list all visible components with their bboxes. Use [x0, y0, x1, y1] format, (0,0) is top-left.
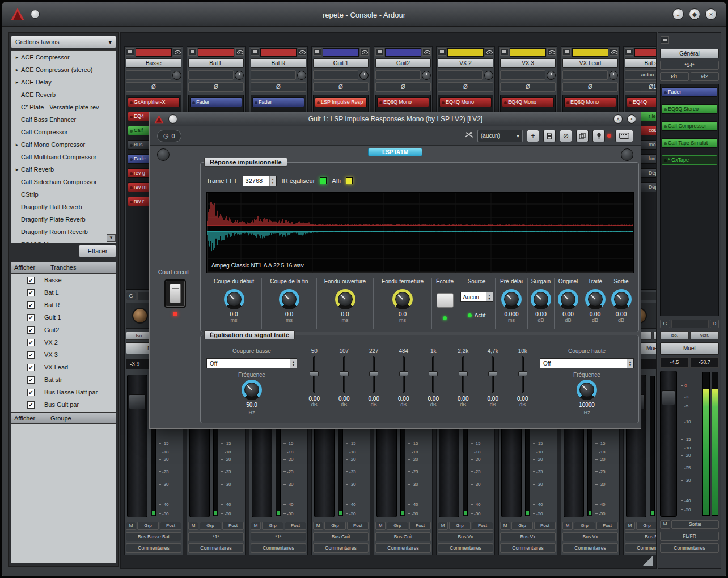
- spinner-arrows-icon[interactable]: ▴▾: [290, 359, 297, 368]
- phase-button[interactable]: Ø: [126, 82, 181, 92]
- strip-name-button[interactable]: Basse: [126, 58, 181, 68]
- calf-compressor-processor[interactable]: Calf Compressor: [662, 121, 717, 131]
- spinner-arrows-icon[interactable]: ▴▾: [486, 292, 493, 301]
- eq4q-mono-processor[interactable]: EQ4Q Mono: [502, 97, 554, 107]
- lowcut-mode-select[interactable]: Off ▴▾: [206, 358, 297, 368]
- expand-arrow-icon[interactable]: ▸: [13, 67, 21, 73]
- input-button[interactable]: -: [313, 70, 358, 80]
- pre-delai-knob[interactable]: [501, 289, 522, 309]
- pin-button[interactable]: [592, 130, 605, 142]
- dialog-close-button[interactable]: ×: [627, 114, 636, 124]
- metering-point-button[interactable]: M: [126, 522, 136, 530]
- favorite-plugin-item[interactable]: EQ10Q Mono: [11, 238, 116, 243]
- affi-led[interactable]: [346, 177, 353, 184]
- post-button[interactable]: Post: [472, 522, 493, 530]
- gain-fader[interactable]: [127, 375, 147, 517]
- output-button[interactable]: Sortie: [671, 520, 719, 529]
- fondu-ouverture-knob[interactable]: [335, 289, 355, 309]
- track-checkbox[interactable]: ✔: [27, 376, 35, 384]
- group-tab-button[interactable]: Grp: [200, 522, 221, 530]
- fader-handle[interactable]: [129, 394, 146, 409]
- strip-width-icon[interactable]: [562, 48, 571, 56]
- track-row[interactable]: ✔Bat R: [11, 299, 116, 311]
- phase-button[interactable]: Ø: [562, 82, 618, 92]
- routing-icon[interactable]: [464, 131, 473, 141]
- fader-processor[interactable]: Fader: [252, 97, 304, 107]
- group-button[interactable]: G: [660, 320, 670, 328]
- phase-button[interactable]: Ø1: [625, 82, 657, 92]
- scroll-down-button[interactable]: ▼: [107, 234, 116, 242]
- delete-preset-button[interactable]: ⊘: [560, 130, 572, 142]
- group-tab-button[interactable]: Grp: [511, 522, 533, 530]
- favorite-plugin-item[interactable]: Dragonfly Plate Reverb: [11, 213, 116, 226]
- originel-knob[interactable]: [558, 289, 578, 309]
- comments-button[interactable]: Commentaires: [313, 543, 369, 552]
- preset-select[interactable]: (aucun) ▾: [477, 130, 523, 142]
- hide-strip-icon[interactable]: [422, 48, 431, 56]
- slider-handle[interactable]: [429, 371, 438, 376]
- track-checkbox[interactable]: ✔: [27, 289, 35, 296]
- comments-button[interactable]: Commentaires: [375, 543, 431, 552]
- post-button[interactable]: Post: [534, 522, 556, 530]
- metering-point-button[interactable]: M: [375, 522, 386, 530]
- traite-knob[interactable]: [585, 289, 606, 309]
- trim-knob[interactable]: [297, 71, 306, 80]
- strip-width-icon[interactable]: [313, 48, 321, 56]
- fondu-fermeture-knob[interactable]: [392, 289, 413, 309]
- source-select[interactable]: Aucun▴▾: [460, 292, 493, 302]
- strip-name-button[interactable]: VX 3: [500, 58, 556, 68]
- track-row[interactable]: ✔VX 2: [11, 336, 116, 348]
- automation-timer-button[interactable]: ◷ 0: [157, 130, 181, 142]
- strip-width-icon[interactable]: [625, 48, 633, 56]
- phase-2-button[interactable]: Ø2: [691, 72, 719, 81]
- metering-point-button[interactable]: M: [188, 522, 198, 530]
- output-button[interactable]: *1*: [251, 532, 306, 541]
- scroll-knob-right[interactable]: [621, 148, 633, 161]
- output-button[interactable]: Bus Guit: [313, 532, 369, 541]
- trim-knob[interactable]: [359, 71, 369, 80]
- phase-button[interactable]: Ø: [500, 82, 556, 92]
- input-button[interactable]: ardou: [625, 70, 657, 80]
- trim-knob[interactable]: [235, 71, 244, 80]
- phase-button[interactable]: Ø: [375, 82, 431, 92]
- track-checkbox[interactable]: ✔: [27, 301, 35, 309]
- lock-button[interactable]: Verr.: [653, 332, 657, 340]
- surgain-knob[interactable]: [531, 289, 551, 309]
- track-row[interactable]: ✔Bat L: [11, 286, 116, 299]
- hide-strip-icon[interactable]: [235, 48, 244, 56]
- post-button[interactable]: Post: [222, 522, 244, 530]
- track-row[interactable]: ✔Guit 1: [11, 311, 116, 324]
- favorite-plugin-item[interactable]: CStrip: [11, 188, 116, 201]
- fader-processor[interactable]: Fader: [190, 97, 242, 107]
- eq-band-slider[interactable]: [299, 356, 329, 393]
- favorite-plugin-item[interactable]: ▸Calf Reverb: [11, 163, 116, 176]
- track-row[interactable]: ✔Basse: [11, 274, 116, 286]
- master-output-badge[interactable]: *14*: [660, 61, 719, 70]
- output-button[interactable]: Bus Guit: [375, 532, 431, 541]
- expand-arrow-icon[interactable]: ▸: [13, 167, 21, 172]
- metering-point-button[interactable]: M: [562, 522, 573, 530]
- highcut-freq-knob[interactable]: [577, 380, 597, 400]
- favorite-plugin-item[interactable]: Calf Bass Enhancer: [11, 113, 116, 126]
- strip-width-icon[interactable]: [500, 48, 509, 56]
- trim-knob[interactable]: [609, 71, 618, 80]
- shade-button[interactable]: ⌄: [672, 8, 684, 20]
- track-row[interactable]: ✔Guit2: [11, 324, 116, 336]
- favorite-plugin-item[interactable]: ▸Calf Mono Compressor: [11, 138, 116, 151]
- post-button[interactable]: Post: [160, 522, 181, 530]
- metering-point-button[interactable]: M: [313, 522, 323, 530]
- slider-handle[interactable]: [369, 371, 378, 376]
- trim-knob[interactable]: [422, 71, 431, 80]
- group-tab-button[interactable]: Grp: [137, 522, 159, 530]
- input-button[interactable]: -: [500, 70, 545, 80]
- group-tab-button[interactable]: Grp: [574, 522, 595, 530]
- slider-handle[interactable]: [488, 371, 497, 376]
- track-row[interactable]: ✔Bat str: [11, 373, 116, 386]
- trim-knob[interactable]: [484, 71, 493, 80]
- coupe-du-debut-knob[interactable]: [224, 289, 244, 309]
- pan-knob[interactable]: [132, 308, 148, 324]
- resize-handle[interactable]: [643, 555, 653, 566]
- eq-band-slider[interactable]: [508, 356, 538, 393]
- mute-button[interactable]: Muet: [660, 342, 719, 355]
- eq-band-slider[interactable]: [418, 356, 448, 393]
